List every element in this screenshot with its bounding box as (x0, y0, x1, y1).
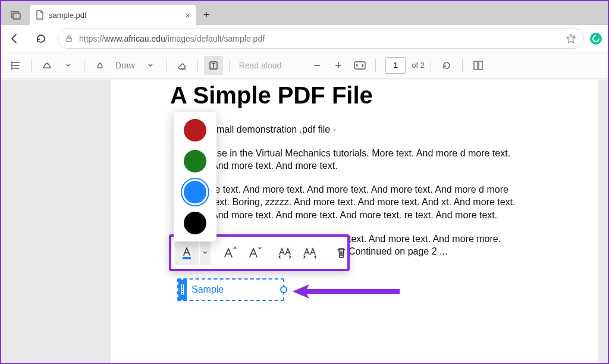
separator (197, 59, 198, 72)
lock-icon (65, 34, 73, 43)
callout-arrow (293, 284, 400, 295)
toc-button[interactable] (6, 56, 25, 75)
svg-rect-10 (183, 257, 191, 259)
page-number-input[interactable] (385, 57, 406, 74)
eraser-button[interactable] (172, 56, 192, 75)
address-field[interactable]: https://www.africau.edu/images/default/s… (57, 29, 584, 49)
separator (462, 59, 463, 72)
read-aloud-button[interactable]: Read aloud (236, 61, 285, 70)
file-icon (36, 10, 44, 20)
decrease-font-button[interactable] (243, 240, 266, 265)
page-total-label: of 2 (412, 61, 425, 70)
text-tool-button[interactable] (204, 56, 223, 75)
address-bar-row: https://www.africau.edu/images/default/s… (1, 25, 608, 52)
highlighter-button[interactable] (37, 56, 56, 75)
text-annotation-box[interactable]: Sample (177, 278, 284, 301)
fit-width-button[interactable] (350, 56, 369, 75)
svg-point-3 (11, 62, 12, 63)
url-text: https://www.africau.edu/images/default/s… (79, 34, 560, 43)
delete-button[interactable] (329, 240, 353, 265)
separator (166, 59, 167, 72)
color-swatch-black[interactable] (184, 212, 206, 234)
resize-handle[interactable] (280, 286, 287, 293)
annotation-text[interactable]: Sample (192, 284, 224, 295)
separator (431, 59, 431, 72)
separator (31, 59, 32, 72)
draw-label[interactable]: Draw (112, 61, 139, 70)
color-swatch-blue[interactable] (184, 181, 206, 203)
zoom-in-button[interactable] (329, 56, 348, 75)
document-viewport: A Simple PDF File small demonstration .p… (1, 80, 608, 363)
back-button[interactable] (5, 29, 25, 49)
draw-chevron[interactable] (141, 56, 160, 75)
svg-rect-7 (354, 62, 365, 69)
browser-tab[interactable]: sample.pdf × (30, 5, 196, 25)
text-color-button[interactable] (175, 240, 199, 265)
separator (375, 59, 376, 72)
highlighter-chevron[interactable] (59, 56, 78, 75)
favorite-icon[interactable] (566, 33, 576, 44)
window-menu-button[interactable] (5, 5, 26, 25)
pen-button[interactable] (90, 56, 109, 75)
increase-spacing-button[interactable] (274, 240, 297, 265)
svg-rect-8 (474, 61, 478, 70)
paragraph: small demonstration .pdf file - (212, 123, 521, 136)
close-tab-icon[interactable]: × (185, 10, 190, 20)
document-title: A Simple PDF File (170, 82, 575, 109)
color-picker-popup (174, 112, 216, 241)
color-swatch-red[interactable] (184, 119, 206, 142)
pdf-toolbar: Draw Read aloud of 2 (1, 52, 608, 79)
text-color-chevron[interactable] (200, 240, 211, 265)
rotate-button[interactable] (437, 56, 456, 75)
svg-rect-2 (67, 38, 71, 42)
increase-font-button[interactable] (218, 240, 241, 265)
separator (229, 59, 230, 72)
svg-rect-1 (13, 13, 20, 19)
svg-rect-9 (479, 61, 482, 70)
new-tab-button[interactable]: + (196, 5, 216, 25)
refresh-button[interactable] (31, 29, 51, 49)
svg-point-4 (11, 65, 12, 66)
drag-handle[interactable] (178, 280, 187, 300)
tab-strip: sample.pdf × + (1, 1, 608, 25)
sidebar-gutter (1, 80, 111, 363)
tab-title: sample.pdf (49, 11, 87, 20)
decrease-spacing-button[interactable] (299, 240, 322, 265)
color-swatch-green[interactable] (184, 150, 206, 172)
grammarly-icon[interactable] (590, 33, 602, 45)
paragraph: re text. And more text. And more text. A… (212, 183, 521, 222)
separator (84, 59, 84, 72)
paragraph: use in the Virtual Mechanics tutorials. … (212, 147, 521, 172)
paragraph: text. And more text. And more more. Cont… (349, 233, 539, 258)
svg-point-5 (11, 68, 12, 69)
zoom-out-button[interactable] (307, 56, 327, 75)
page-view-button[interactable] (469, 56, 488, 75)
